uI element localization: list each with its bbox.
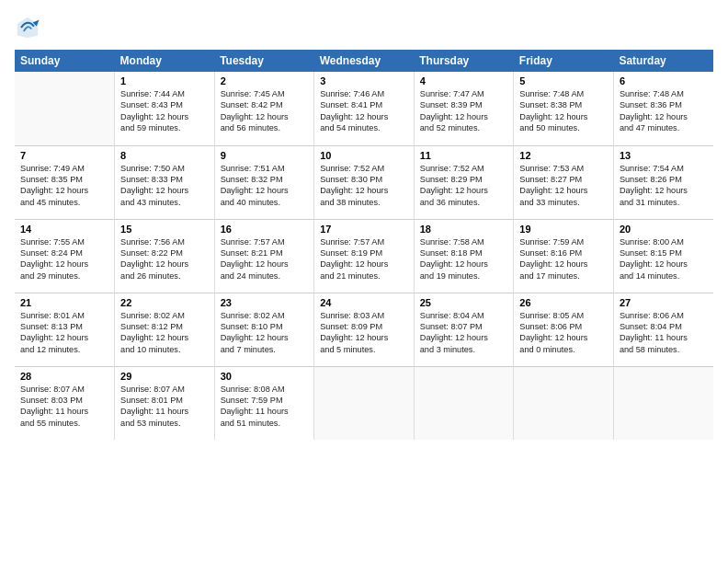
calendar-cell: 9Sunrise: 7:51 AM Sunset: 8:32 PM Daylig…: [214, 145, 314, 219]
day-number: 29: [120, 371, 209, 382]
day-info: Sunrise: 7:46 AM Sunset: 8:41 PM Dayligh…: [320, 88, 408, 134]
day-number: 5: [519, 75, 608, 86]
calendar-cell: [414, 366, 514, 440]
day-info: Sunrise: 7:59 AM Sunset: 8:16 PM Dayligh…: [519, 236, 608, 282]
day-info: Sunrise: 8:04 AM Sunset: 8:07 PM Dayligh…: [420, 310, 508, 356]
calendar-cell: 6Sunrise: 7:48 AM Sunset: 8:36 PM Daylig…: [613, 72, 713, 145]
calendar-cell: 5Sunrise: 7:48 AM Sunset: 8:38 PM Daylig…: [514, 72, 614, 145]
day-number: 24: [320, 297, 408, 308]
week-row-1: 1Sunrise: 7:44 AM Sunset: 8:43 PM Daylig…: [15, 72, 713, 145]
day-info: Sunrise: 8:06 AM Sunset: 8:04 PM Dayligh…: [620, 310, 708, 356]
weekday-header-sunday: Sunday: [15, 50, 115, 72]
day-info: Sunrise: 8:00 AM Sunset: 8:15 PM Dayligh…: [620, 236, 708, 282]
day-number: 19: [519, 224, 608, 235]
calendar-cell: 19Sunrise: 7:59 AM Sunset: 8:16 PM Dayli…: [514, 219, 614, 293]
day-number: 22: [120, 297, 209, 308]
day-info: Sunrise: 7:52 AM Sunset: 8:29 PM Dayligh…: [420, 163, 508, 209]
week-row-5: 28Sunrise: 8:07 AM Sunset: 8:03 PM Dayli…: [15, 366, 713, 440]
calendar-cell: 28Sunrise: 8:07 AM Sunset: 8:03 PM Dayli…: [15, 366, 115, 440]
weekday-header-friday: Friday: [514, 50, 614, 72]
week-row-4: 21Sunrise: 8:01 AM Sunset: 8:13 PM Dayli…: [15, 293, 713, 366]
day-info: Sunrise: 7:58 AM Sunset: 8:18 PM Dayligh…: [420, 236, 508, 282]
day-info: Sunrise: 7:57 AM Sunset: 8:19 PM Dayligh…: [320, 236, 408, 282]
day-number: 26: [519, 297, 608, 308]
calendar-cell: 13Sunrise: 7:54 AM Sunset: 8:26 PM Dayli…: [613, 145, 713, 219]
day-number: 25: [420, 297, 508, 308]
calendar-cell: [514, 366, 614, 440]
day-number: 20: [620, 224, 708, 235]
calendar-cell: 14Sunrise: 7:55 AM Sunset: 8:24 PM Dayli…: [15, 219, 115, 293]
logo: [15, 15, 44, 40]
day-info: Sunrise: 7:54 AM Sunset: 8:26 PM Dayligh…: [620, 163, 708, 209]
day-number: 8: [120, 150, 209, 161]
day-number: 17: [320, 224, 408, 235]
weekday-header-wednesday: Wednesday: [314, 50, 415, 72]
day-info: Sunrise: 8:05 AM Sunset: 8:06 PM Dayligh…: [519, 310, 608, 356]
day-number: 7: [20, 150, 108, 161]
day-info: Sunrise: 7:56 AM Sunset: 8:22 PM Dayligh…: [120, 236, 209, 282]
day-number: 10: [320, 150, 408, 161]
week-row-2: 7Sunrise: 7:49 AM Sunset: 8:35 PM Daylig…: [15, 145, 713, 219]
calendar-cell: 30Sunrise: 8:08 AM Sunset: 7:59 PM Dayli…: [214, 366, 314, 440]
day-info: Sunrise: 7:48 AM Sunset: 8:36 PM Dayligh…: [620, 88, 708, 134]
day-info: Sunrise: 8:02 AM Sunset: 8:10 PM Dayligh…: [221, 310, 309, 356]
calendar-cell: 7Sunrise: 7:49 AM Sunset: 8:35 PM Daylig…: [15, 145, 115, 219]
calendar-cell: 23Sunrise: 8:02 AM Sunset: 8:10 PM Dayli…: [214, 293, 314, 366]
day-number: 16: [221, 224, 309, 235]
calendar-cell: 2Sunrise: 7:45 AM Sunset: 8:42 PM Daylig…: [214, 72, 314, 145]
calendar-cell: 27Sunrise: 8:06 AM Sunset: 8:04 PM Dayli…: [613, 293, 713, 366]
day-info: Sunrise: 7:57 AM Sunset: 8:21 PM Dayligh…: [221, 236, 309, 282]
weekday-header-saturday: Saturday: [613, 50, 713, 72]
calendar-cell: 18Sunrise: 7:58 AM Sunset: 8:18 PM Dayli…: [414, 219, 514, 293]
calendar-cell: 22Sunrise: 8:02 AM Sunset: 8:12 PM Dayli…: [115, 293, 215, 366]
day-info: Sunrise: 7:53 AM Sunset: 8:27 PM Dayligh…: [519, 163, 608, 209]
day-info: Sunrise: 7:47 AM Sunset: 8:39 PM Dayligh…: [420, 88, 508, 134]
calendar-cell: [15, 72, 115, 145]
calendar-cell: 4Sunrise: 7:47 AM Sunset: 8:39 PM Daylig…: [414, 72, 514, 145]
day-number: 28: [20, 371, 108, 382]
weekday-header-row: SundayMondayTuesdayWednesdayThursdayFrid…: [15, 50, 713, 72]
day-info: Sunrise: 7:45 AM Sunset: 8:42 PM Dayligh…: [221, 88, 309, 134]
calendar-cell: 10Sunrise: 7:52 AM Sunset: 8:30 PM Dayli…: [314, 145, 415, 219]
day-info: Sunrise: 8:08 AM Sunset: 7:59 PM Dayligh…: [221, 384, 309, 430]
day-number: 3: [320, 75, 408, 86]
calendar-cell: 29Sunrise: 8:07 AM Sunset: 8:01 PM Dayli…: [115, 366, 215, 440]
calendar-cell: 24Sunrise: 8:03 AM Sunset: 8:09 PM Dayli…: [314, 293, 415, 366]
calendar-cell: 1Sunrise: 7:44 AM Sunset: 8:43 PM Daylig…: [115, 72, 215, 145]
calendar-cell: [314, 366, 415, 440]
day-info: Sunrise: 8:03 AM Sunset: 8:09 PM Dayligh…: [320, 310, 408, 356]
day-info: Sunrise: 8:07 AM Sunset: 8:01 PM Dayligh…: [120, 384, 209, 430]
day-number: 1: [120, 75, 209, 86]
day-number: 27: [620, 297, 708, 308]
page-container: SundayMondayTuesdayWednesdayThursdayFrid…: [0, 0, 728, 449]
day-info: Sunrise: 8:02 AM Sunset: 8:12 PM Dayligh…: [120, 310, 209, 356]
day-number: 12: [519, 150, 608, 161]
calendar-cell: 8Sunrise: 7:50 AM Sunset: 8:33 PM Daylig…: [115, 145, 215, 219]
day-number: 30: [221, 371, 309, 382]
calendar-cell: 21Sunrise: 8:01 AM Sunset: 8:13 PM Dayli…: [15, 293, 115, 366]
week-row-3: 14Sunrise: 7:55 AM Sunset: 8:24 PM Dayli…: [15, 219, 713, 293]
calendar-cell: 25Sunrise: 8:04 AM Sunset: 8:07 PM Dayli…: [414, 293, 514, 366]
day-number: 23: [221, 297, 309, 308]
weekday-header-monday: Monday: [115, 50, 215, 72]
day-info: Sunrise: 8:07 AM Sunset: 8:03 PM Dayligh…: [20, 384, 108, 430]
day-info: Sunrise: 7:44 AM Sunset: 8:43 PM Dayligh…: [120, 88, 209, 134]
day-info: Sunrise: 7:52 AM Sunset: 8:30 PM Dayligh…: [320, 163, 408, 209]
logo-icon: [15, 15, 40, 40]
weekday-header-tuesday: Tuesday: [214, 50, 314, 72]
calendar-cell: 15Sunrise: 7:56 AM Sunset: 8:22 PM Dayli…: [115, 219, 215, 293]
day-info: Sunrise: 7:55 AM Sunset: 8:24 PM Dayligh…: [20, 236, 108, 282]
day-info: Sunrise: 7:49 AM Sunset: 8:35 PM Dayligh…: [20, 163, 108, 209]
day-info: Sunrise: 8:01 AM Sunset: 8:13 PM Dayligh…: [20, 310, 108, 356]
calendar-cell: 17Sunrise: 7:57 AM Sunset: 8:19 PM Dayli…: [314, 219, 415, 293]
day-number: 18: [420, 224, 508, 235]
day-number: 21: [20, 297, 108, 308]
calendar-cell: 11Sunrise: 7:52 AM Sunset: 8:29 PM Dayli…: [414, 145, 514, 219]
calendar-cell: 26Sunrise: 8:05 AM Sunset: 8:06 PM Dayli…: [514, 293, 614, 366]
calendar-cell: 20Sunrise: 8:00 AM Sunset: 8:15 PM Dayli…: [613, 219, 713, 293]
day-number: 4: [420, 75, 508, 86]
day-info: Sunrise: 7:51 AM Sunset: 8:32 PM Dayligh…: [221, 163, 309, 209]
weekday-header-thursday: Thursday: [414, 50, 514, 72]
calendar-cell: [613, 366, 713, 440]
day-number: 9: [221, 150, 309, 161]
